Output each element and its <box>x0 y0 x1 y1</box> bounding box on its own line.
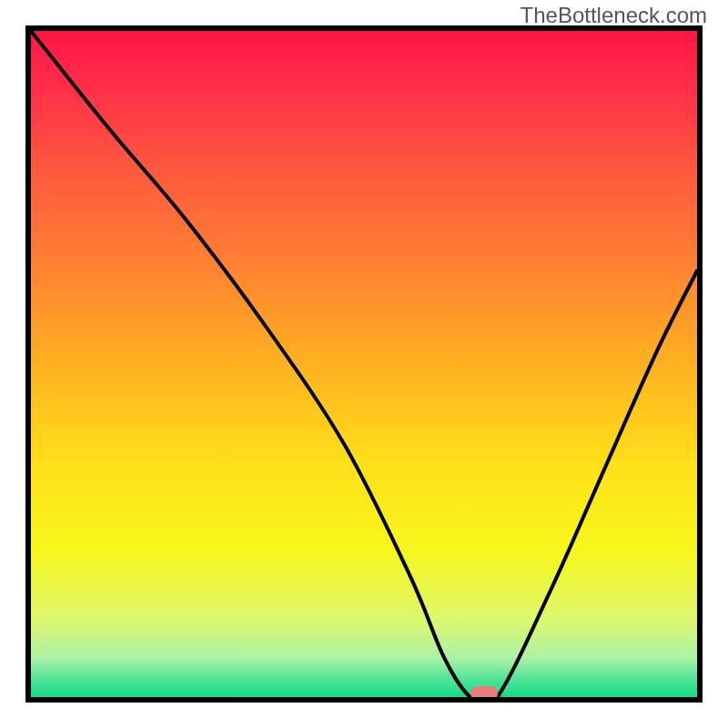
chart-frame: TheBottleneck.com <box>0 0 728 728</box>
optimal-marker <box>470 686 498 701</box>
plot-area <box>25 25 703 703</box>
bottleneck-curve <box>31 31 697 697</box>
watermark-text: TheBottleneck.com <box>521 3 707 28</box>
